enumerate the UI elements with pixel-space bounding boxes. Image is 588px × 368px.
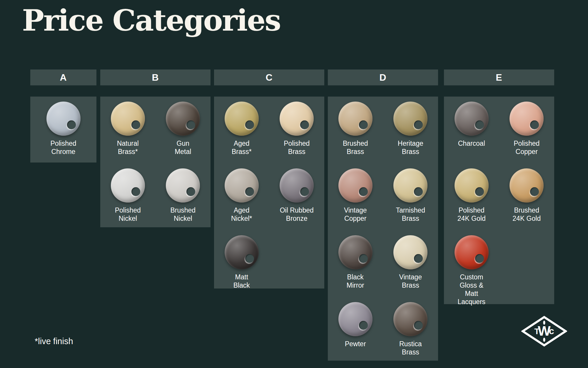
column-header: D: [328, 69, 438, 85]
finish-swatch-disc: [510, 102, 544, 136]
column-letter: E: [496, 72, 502, 83]
swatch-hole: [245, 120, 254, 129]
finish-swatch-disc: [338, 302, 372, 336]
disc-face: [338, 302, 372, 336]
finish-swatch-disc: [46, 102, 81, 136]
swatch-label: Polished 24K Gold: [457, 206, 486, 223]
finish-swatch-disc: [111, 102, 145, 136]
disc-face: [393, 102, 427, 136]
swatch-label: Polished Brass: [284, 139, 310, 156]
finish-swatch-disc: [225, 235, 259, 269]
disc-face: [166, 102, 200, 136]
finish-swatch-disc: [455, 102, 489, 136]
swatch-hole: [359, 120, 368, 129]
column-header: C: [214, 69, 324, 85]
swatch-cell: Custom Gloss & Matt Lacquers: [444, 230, 499, 306]
disc-face: [225, 168, 259, 203]
swatch-hole: [67, 120, 76, 129]
swatch-label: Charcoal: [458, 139, 485, 147]
swatch-hole: [359, 321, 368, 330]
finish-panel: Aged Brass*Polished BrassAged Nickel*Oil…: [214, 97, 324, 289]
finish-swatch-disc: [166, 168, 200, 203]
disc-face: [225, 102, 259, 136]
swatch-label: Custom Gloss & Matt Lacquers: [457, 273, 485, 306]
swatch-cell: Polished Brass: [269, 97, 325, 156]
disc-face: [280, 168, 314, 203]
swatch-hole: [475, 187, 484, 196]
swatch-cell: Rustica Brass: [383, 297, 438, 356]
finish-swatch-disc: [338, 168, 372, 203]
swatch-cell: Oil Rubbed Bronze: [269, 163, 325, 223]
swatch-hole: [245, 187, 254, 196]
finish-swatch-disc: [393, 102, 427, 136]
swatch-cell: Vintage Brass: [383, 230, 438, 289]
disc-face: [338, 102, 372, 136]
swatch-label: Brushed 24K Gold: [512, 206, 541, 223]
swatch-label: Heritage Brass: [398, 139, 423, 156]
twc-logo: T W c: [521, 316, 567, 347]
disc-face: [111, 102, 145, 136]
column-c: C Aged Brass*Polished BrassAged Nickel*O…: [214, 69, 324, 85]
finish-swatch-disc: [393, 235, 427, 269]
swatch-cell: Heritage Brass: [383, 97, 438, 156]
swatch-hole: [359, 254, 368, 263]
swatch-cell: Brushed Nickel: [156, 163, 211, 223]
column-d: D Brushed BrassHeritage BrassVintage Cop…: [328, 69, 438, 85]
swatch-hole: [131, 187, 140, 196]
column-a: A Polished Chrome: [30, 69, 96, 85]
disc-face: [166, 168, 200, 203]
swatch-label: Brushed Brass: [343, 139, 368, 156]
swatch-cell: Pewter: [328, 297, 383, 348]
swatch-cell: Vintage Copper: [328, 163, 383, 223]
swatch-label: Black Mirror: [347, 273, 364, 289]
finish-swatch-disc: [393, 168, 427, 203]
column-e: E CharcoalPolished CopperPolished 24K Go…: [444, 69, 554, 85]
swatch-label: Tarnished Brass: [396, 206, 425, 223]
column-letter: A: [60, 72, 67, 83]
column-letter: B: [152, 72, 159, 83]
finish-swatch-disc: [455, 168, 489, 203]
swatch-label: Aged Nickel*: [231, 206, 252, 223]
finish-panel: CharcoalPolished CopperPolished 24K Gold…: [444, 97, 554, 304]
swatch-cell: Polished Chrome: [30, 97, 96, 156]
swatch-label: Polished Nickel: [115, 206, 141, 223]
disc-face: [393, 168, 427, 203]
finish-swatch-disc: [510, 168, 544, 203]
swatch-cell: Charcoal: [444, 97, 499, 147]
swatch-label: Polished Copper: [514, 139, 539, 156]
disc-face: [510, 102, 544, 136]
finish-swatch-disc: [455, 235, 489, 269]
finish-swatch-disc: [225, 102, 259, 136]
swatch-label: Vintage Copper: [344, 206, 367, 223]
swatch-label: Oil Rubbed Bronze: [280, 206, 314, 223]
finish-swatch-disc: [393, 302, 427, 336]
logo-letter-c: c: [549, 326, 554, 336]
finish-swatch-disc: [166, 102, 200, 136]
finish-swatch-disc: [225, 168, 259, 203]
column-header: E: [444, 69, 554, 85]
finish-panel: Polished Chrome: [30, 97, 96, 163]
column-header: A: [30, 69, 96, 85]
column-b: B Natural Brass*Gun MetalPolished Nickel…: [100, 69, 211, 85]
finish-swatch-disc: [338, 235, 372, 269]
swatch-cell: Natural Brass*: [100, 97, 156, 156]
swatch-label: Polished Chrome: [50, 139, 76, 156]
swatch-cell: Gun Metal: [156, 97, 211, 156]
swatch-cell: Aged Nickel*: [214, 163, 269, 223]
swatch-hole: [359, 187, 368, 196]
swatch-cell: Black Mirror: [328, 230, 383, 289]
disc-face: [280, 102, 314, 136]
swatch-label: Pewter: [345, 340, 366, 348]
finish-swatch-disc: [280, 102, 314, 136]
swatch-cell: Polished Nickel: [100, 163, 156, 223]
swatch-hole: [245, 254, 254, 263]
finish-swatch-disc: [338, 102, 372, 136]
disc-face: [338, 168, 372, 203]
column-header: B: [100, 69, 211, 85]
disc-face: [338, 235, 372, 269]
swatch-label: Natural Brass*: [117, 139, 139, 156]
swatch-cell: Brushed Brass: [328, 97, 383, 156]
swatch-cell: Brushed 24K Gold: [499, 163, 554, 223]
swatch-label: Gun Metal: [175, 139, 191, 156]
disc-face: [393, 302, 427, 336]
